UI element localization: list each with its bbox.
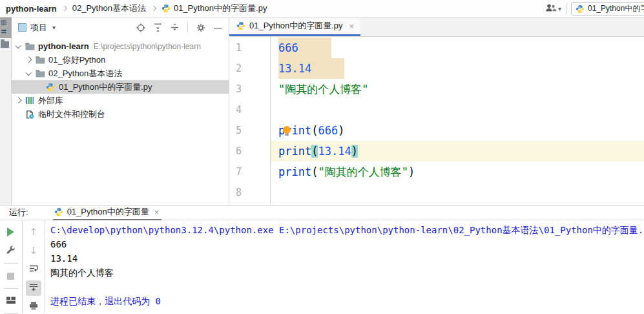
python-icon — [45, 83, 56, 92]
line-number: 7 — [229, 162, 270, 182]
code-token: ) — [408, 165, 415, 178]
chevron-down-icon: ▾ — [558, 5, 561, 12]
run-settings-button[interactable] — [3, 243, 19, 258]
tree-row[interactable]: 临时文件和控制台 — [12, 107, 229, 121]
editor-tab-bar: 01_Python中的字面量.py × — [229, 17, 644, 37]
settings-gear-button[interactable] — [196, 23, 205, 32]
breadcrumb-separator-icon — [61, 6, 67, 11]
project-tool-icon: 〓 — [1, 27, 7, 36]
tree-item-label: 外部库 — [38, 95, 63, 107]
printer-icon — [29, 302, 38, 312]
line-number: 2 — [229, 58, 270, 79]
prev-occurrence-button[interactable]: ↑ — [26, 224, 41, 240]
rerun-button[interactable] — [3, 224, 19, 240]
editor-tab[interactable]: 01_Python中的字面量.py × — [229, 17, 360, 36]
main-area: ▥ 〓 项目 ▾ — python-learnE:\projects\pyth — [0, 17, 644, 205]
code-line[interactable]: print("陶其的个人博客") — [271, 162, 644, 182]
line-number: 5 — [229, 120, 270, 141]
project-tool-icon: ▥ — [1, 19, 6, 26]
editor-tab-label: 01_Python中的字面量.py — [249, 20, 343, 32]
stop-button[interactable] — [3, 268, 19, 284]
code-line[interactable]: 666 — [271, 37, 644, 58]
console-line: 13.14 — [50, 251, 644, 266]
close-icon[interactable]: × — [349, 21, 355, 31]
editor-body[interactable]: 12345678 66613.14"陶其的个人博客"print(666)prin… — [229, 37, 644, 205]
project-stripe-button[interactable]: ▥ 〓 — [0, 17, 12, 38]
code-token: print — [278, 165, 311, 178]
chevron-right-icon[interactable] — [15, 98, 21, 103]
intention-bulb-icon[interactable] — [283, 126, 291, 134]
code-token: ) — [338, 124, 344, 137]
run-configuration-select[interactable]: 01_Python中的字面量 — [571, 2, 644, 16]
users-button[interactable]: ▾ — [545, 3, 561, 14]
tree-item-label: 02_Python基本语法 — [48, 68, 122, 79]
tree-row[interactable]: 01_你好Python — [12, 53, 229, 67]
soft-wrap-button[interactable] — [26, 262, 41, 277]
tree-item-label: 01_你好Python — [48, 54, 105, 66]
console-line: 陶其的个人博客 — [50, 266, 644, 280]
code-line[interactable]: print(13.14) — [271, 141, 644, 162]
toolbar-divider — [4, 263, 18, 264]
python-file-icon — [54, 207, 63, 216]
code-token: ) — [351, 145, 358, 158]
scratch-icon — [25, 110, 35, 119]
toolbar-divider — [187, 23, 188, 32]
collapse-all-button[interactable] — [171, 23, 179, 32]
soft-wrap-icon — [29, 265, 38, 275]
code-line[interactable]: print(666) — [271, 120, 644, 141]
chevron-down-icon[interactable] — [15, 42, 21, 48]
chevron-down-icon: ▾ — [52, 24, 56, 31]
scroll-to-end-button[interactable] — [26, 280, 41, 296]
python-file-icon — [576, 5, 585, 14]
toolbar-divider — [4, 288, 18, 289]
code-token: 666 — [278, 37, 331, 58]
tree-row[interactable]: python-learnE:\projects\python\python-le… — [12, 39, 229, 53]
run-toolbar: ↑ ↓ — [0, 220, 45, 313]
expand-all-button[interactable] — [154, 23, 162, 32]
chevron-right-icon[interactable] — [25, 57, 31, 63]
console-line — [50, 280, 644, 294]
code-token: "陶其的个人博客" — [278, 83, 368, 96]
next-occurrence-button[interactable]: ↓ — [26, 243, 41, 258]
hide-panel-button[interactable]: — — [214, 23, 222, 32]
navigation-bar: python-learn 02_Python基本语法 01_Python中的字面… — [0, 0, 644, 17]
restore-layout-button[interactable] — [3, 293, 19, 309]
line-number: 3 — [229, 79, 270, 99]
tree-item-label: 临时文件和控制台 — [38, 109, 105, 120]
code-token: 13.14 — [278, 58, 344, 79]
wrench-icon — [6, 246, 16, 256]
code-line[interactable]: "陶其的个人博客" — [271, 79, 644, 99]
code-area[interactable]: 66613.14"陶其的个人博客"print(666)print(13.14)p… — [271, 37, 644, 205]
code-token: "陶其的个人博客" — [318, 165, 408, 178]
run-panel: 运行: 01_Python中的字面量 × — [0, 205, 644, 313]
tree-item-path: E:\projects\python\python-learn — [94, 42, 201, 51]
project-window-icon — [18, 23, 26, 32]
code-token: 13.14 — [318, 145, 351, 158]
code-token: ( — [311, 124, 318, 137]
line-number: 4 — [229, 99, 270, 120]
breadcrumb-file[interactable]: 01_Python中的字面量.py — [174, 3, 267, 14]
breadcrumb-project[interactable]: python-learn — [6, 4, 57, 14]
run-tab[interactable]: 01_Python中的字面量 × — [53, 205, 162, 220]
folder-icon — [25, 43, 35, 50]
code-line[interactable] — [271, 99, 644, 120]
run-configuration-label: 01_Python中的字面量 — [588, 3, 644, 14]
editor-gutter: 12345678 — [229, 37, 271, 205]
project-panel-title[interactable]: 项目 — [30, 22, 47, 34]
locate-file-button[interactable] — [136, 23, 145, 32]
folder-stripe-icon[interactable] — [1, 41, 9, 48]
close-icon[interactable]: × — [154, 207, 160, 217]
toolbar-divider — [566, 3, 567, 14]
chevron-down-icon[interactable] — [25, 69, 31, 75]
tree-row[interactable]: 外部库 — [12, 94, 229, 107]
tree-row[interactable]: 01_Python中的字面量.py — [12, 80, 229, 94]
code-line[interactable]: 13.14 — [271, 58, 644, 79]
line-number: 6 — [229, 141, 270, 162]
console-line: C:\develop\python\python3.12.4\python.ex… — [50, 223, 644, 237]
tree-row[interactable]: 02_Python基本语法 — [12, 67, 229, 80]
editor-area: 01_Python中的字面量.py × 12345678 66613.14"陶其… — [229, 17, 644, 205]
print-button[interactable] — [26, 299, 41, 314]
code-line[interactable] — [271, 182, 644, 203]
library-icon — [25, 96, 35, 105]
breadcrumb-folder[interactable]: 02_Python基本语法 — [72, 3, 146, 14]
